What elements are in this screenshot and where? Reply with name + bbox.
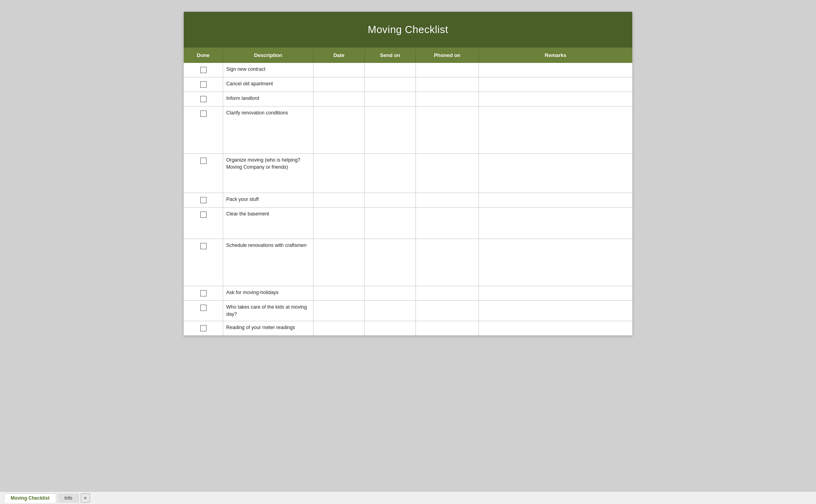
cell-description-11: Reading of your meter readings [223,321,314,335]
table-row: Inform landlord [184,92,632,107]
cell-phoned-on-11 [416,321,479,335]
cell-send-on-9 [365,286,416,300]
col-head-phoned-on: Phoned on [416,48,479,63]
table-row: Clear the basement [184,208,632,239]
cell-send-on-7 [365,208,416,239]
table-body: Sign new contractCancel old apartmentInf… [184,63,632,335]
cell-send-on-1 [365,63,416,77]
table-row: Cancel old apartment [184,77,632,92]
checkbox-2[interactable] [200,81,207,88]
table-row: Pack your stuff [184,193,632,208]
table-row: Ask for moving-holidays [184,286,632,301]
cell-date-8 [314,239,365,286]
cell-phoned-on-7 [416,208,479,239]
cell-phoned-on-1 [416,63,479,77]
sheet-wrapper: Moving Checklist Done Description Date S… [184,12,632,335]
cell-send-on-6 [365,193,416,207]
tab-moving-checklist[interactable]: Moving Checklist [4,493,56,503]
cell-done-1 [184,63,223,77]
cell-send-on-8 [365,239,416,286]
cell-done-7 [184,208,223,239]
cell-remarks-1 [479,63,632,77]
checkbox-8[interactable] [200,243,207,249]
table-row: Schedule renovations with craftsmen [184,239,632,286]
checkbox-6[interactable] [200,197,207,203]
cell-remarks-7 [479,208,632,239]
cell-done-3 [184,92,223,106]
sheet-title: Moving Checklist [184,12,632,48]
cell-date-9 [314,286,365,300]
col-head-send-on: Send on [365,48,416,63]
cell-done-9 [184,286,223,300]
table-header: Done Description Date Send on Phoned on … [184,48,632,63]
tab-bar: Moving Checklist Info + [0,491,816,504]
cell-date-4 [314,107,365,153]
tab-add-button[interactable]: + [81,493,90,503]
cell-date-7 [314,208,365,239]
cell-description-3: Inform landlord [223,92,314,106]
cell-remarks-8 [479,239,632,286]
cell-send-on-11 [365,321,416,335]
checkbox-11[interactable] [200,325,207,331]
cell-phoned-on-4 [416,107,479,153]
table-row: Sign new contract [184,63,632,77]
col-head-done: Done [184,48,223,63]
col-head-description: Description [223,48,314,63]
cell-done-8 [184,239,223,286]
cell-description-2: Cancel old apartment [223,77,314,92]
cell-phoned-on-3 [416,92,479,106]
col-head-remarks: Remarks [479,48,632,63]
cell-date-6 [314,193,365,207]
checkbox-1[interactable] [200,67,207,73]
checkbox-9[interactable] [200,290,207,296]
col-head-date: Date [314,48,365,63]
cell-done-2 [184,77,223,92]
cell-remarks-10 [479,301,632,321]
cell-remarks-5 [479,154,632,193]
cell-date-11 [314,321,365,335]
table-row: Organize moving (who is helping? Moving … [184,154,632,193]
cell-done-10 [184,301,223,321]
cell-phoned-on-8 [416,239,479,286]
tab-info[interactable]: Info [58,493,79,503]
cell-send-on-10 [365,301,416,321]
table-row: Clarify renovation conditions [184,107,632,154]
cell-description-4: Clarify renovation conditions [223,107,314,153]
cell-date-1 [314,63,365,77]
cell-done-5 [184,154,223,193]
cell-send-on-4 [365,107,416,153]
cell-send-on-2 [365,77,416,92]
checkbox-3[interactable] [200,96,207,102]
cell-date-5 [314,154,365,193]
cell-phoned-on-6 [416,193,479,207]
cell-description-1: Sign new contract [223,63,314,77]
cell-phoned-on-9 [416,286,479,300]
cell-remarks-3 [479,92,632,106]
cell-remarks-9 [479,286,632,300]
cell-remarks-4 [479,107,632,153]
checkbox-7[interactable] [200,212,207,218]
cell-remarks-6 [479,193,632,207]
cell-date-2 [314,77,365,92]
spreadsheet-container: Moving Checklist Done Description Date S… [0,0,816,504]
cell-send-on-3 [365,92,416,106]
cell-remarks-11 [479,321,632,335]
cell-description-10: Who takes care of the kids at moving day… [223,301,314,321]
table-row: Who takes care of the kids at moving day… [184,301,632,321]
cell-send-on-5 [365,154,416,193]
cell-phoned-on-10 [416,301,479,321]
cell-date-3 [314,92,365,106]
cell-done-6 [184,193,223,207]
cell-phoned-on-5 [416,154,479,193]
cell-phoned-on-2 [416,77,479,92]
cell-date-10 [314,301,365,321]
cell-description-6: Pack your stuff [223,193,314,207]
checkbox-5[interactable] [200,158,207,164]
checkbox-4[interactable] [200,110,207,117]
checkbox-10[interactable] [200,305,207,311]
table-row: Reading of your meter readings [184,321,632,335]
cell-remarks-2 [479,77,632,92]
cell-description-7: Clear the basement [223,208,314,239]
cell-description-9: Ask for moving-holidays [223,286,314,300]
cell-done-4 [184,107,223,153]
